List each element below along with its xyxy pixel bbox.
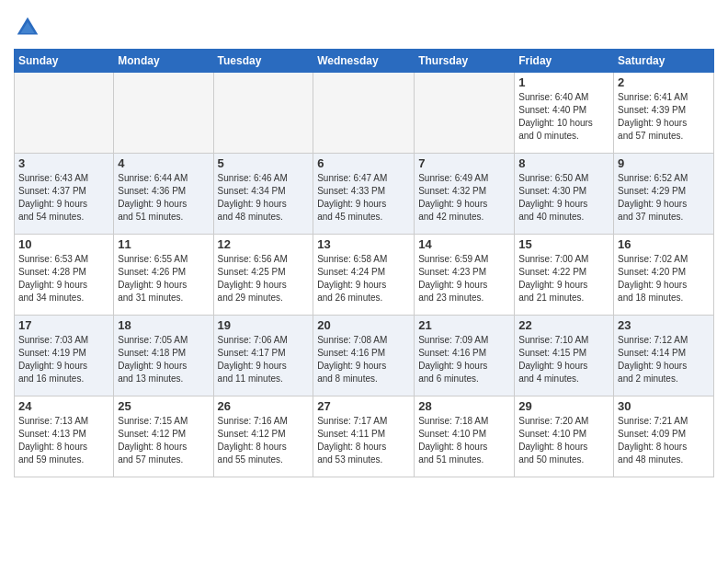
day-info: Sunrise: 7:17 AMSunset: 4:11 PMDaylight:… [317,415,410,466]
calendar-week-4: 17Sunrise: 7:03 AMSunset: 4:19 PMDayligh… [15,316,714,396]
calendar-cell [114,73,213,154]
day-number: 16 [618,237,710,251]
calendar-cell: 30Sunrise: 7:21 AMSunset: 4:09 PMDayligh… [614,396,714,477]
day-number: 11 [118,237,209,251]
day-number: 26 [218,399,310,413]
day-number: 30 [618,399,710,413]
calendar-table: SundayMondayTuesdayWednesdayThursdayFrid… [14,49,714,477]
day-number: 27 [317,399,410,413]
day-number: 21 [418,318,510,332]
calendar-week-3: 10Sunrise: 6:53 AMSunset: 4:28 PMDayligh… [15,235,714,316]
calendar-header-wednesday: Wednesday [313,50,415,73]
calendar-week-1: 1Sunrise: 6:40 AMSunset: 4:40 PMDaylight… [15,73,714,154]
day-info: Sunrise: 6:46 AMSunset: 4:34 PMDaylight:… [218,172,310,224]
day-info: Sunrise: 7:05 AMSunset: 4:18 PMDaylight:… [118,334,209,385]
calendar-cell: 26Sunrise: 7:16 AMSunset: 4:12 PMDayligh… [213,396,313,477]
day-info: Sunrise: 7:16 AMSunset: 4:12 PMDaylight:… [218,415,310,466]
day-info: Sunrise: 7:13 AMSunset: 4:13 PMDaylight:… [18,415,109,466]
calendar-cell: 19Sunrise: 7:06 AMSunset: 4:17 PMDayligh… [213,316,313,396]
calendar-cell: 8Sunrise: 6:50 AMSunset: 4:30 PMDaylight… [515,154,614,235]
page-container: SundayMondayTuesdayWednesdayThursdayFrid… [0,0,728,563]
day-info: Sunrise: 6:58 AMSunset: 4:24 PMDaylight:… [317,253,410,304]
day-number: 6 [317,156,410,170]
day-number: 25 [118,399,209,413]
calendar-week-2: 3Sunrise: 6:43 AMSunset: 4:37 PMDaylight… [15,154,714,235]
day-number: 14 [418,237,510,251]
day-number: 22 [518,318,609,332]
calendar-cell: 18Sunrise: 7:05 AMSunset: 4:18 PMDayligh… [114,316,213,396]
calendar-header-thursday: Thursday [415,50,515,73]
calendar-header-saturday: Saturday [614,50,714,73]
day-number: 8 [518,156,609,170]
day-number: 5 [218,156,310,170]
calendar-cell: 4Sunrise: 6:44 AMSunset: 4:36 PMDaylight… [114,154,213,235]
calendar-cell: 27Sunrise: 7:17 AMSunset: 4:11 PMDayligh… [313,396,415,477]
calendar-cell: 22Sunrise: 7:10 AMSunset: 4:15 PMDayligh… [515,316,614,396]
calendar-cell: 7Sunrise: 6:49 AMSunset: 4:32 PMDaylight… [415,154,515,235]
day-info: Sunrise: 7:09 AMSunset: 4:16 PMDaylight:… [418,334,510,385]
calendar-header-friday: Friday [515,50,614,73]
calendar-cell: 17Sunrise: 7:03 AMSunset: 4:19 PMDayligh… [15,316,114,396]
day-info: Sunrise: 7:00 AMSunset: 4:22 PMDaylight:… [518,253,609,304]
day-info: Sunrise: 7:08 AMSunset: 4:16 PMDaylight:… [317,334,410,385]
day-info: Sunrise: 7:12 AMSunset: 4:14 PMDaylight:… [618,334,710,385]
day-number: 28 [418,399,510,413]
day-number: 29 [518,399,609,413]
calendar-cell: 23Sunrise: 7:12 AMSunset: 4:14 PMDayligh… [614,316,714,396]
calendar-header-monday: Monday [114,50,213,73]
calendar-cell [213,73,313,154]
day-info: Sunrise: 6:43 AMSunset: 4:37 PMDaylight:… [18,172,109,224]
header [14,9,714,41]
day-info: Sunrise: 6:49 AMSunset: 4:32 PMDaylight:… [418,172,510,224]
day-info: Sunrise: 6:40 AMSunset: 4:40 PMDaylight:… [518,91,609,143]
day-number: 20 [317,318,410,332]
calendar-cell: 3Sunrise: 6:43 AMSunset: 4:37 PMDaylight… [15,154,114,235]
day-info: Sunrise: 6:59 AMSunset: 4:23 PMDaylight:… [418,253,510,304]
calendar-cell: 6Sunrise: 6:47 AMSunset: 4:33 PMDaylight… [313,154,415,235]
day-info: Sunrise: 6:44 AMSunset: 4:36 PMDaylight:… [118,172,209,224]
day-info: Sunrise: 7:02 AMSunset: 4:20 PMDaylight:… [618,253,710,304]
day-info: Sunrise: 6:52 AMSunset: 4:29 PMDaylight:… [618,172,710,224]
day-number: 12 [218,237,310,251]
day-number: 15 [518,237,609,251]
calendar-cell: 12Sunrise: 6:56 AMSunset: 4:25 PMDayligh… [213,235,313,316]
calendar-header-sunday: Sunday [15,50,114,73]
day-info: Sunrise: 7:20 AMSunset: 4:10 PMDaylight:… [518,415,609,466]
day-info: Sunrise: 6:41 AMSunset: 4:39 PMDaylight:… [618,91,710,143]
calendar-cell: 9Sunrise: 6:52 AMSunset: 4:29 PMDaylight… [614,154,714,235]
calendar-cell: 13Sunrise: 6:58 AMSunset: 4:24 PMDayligh… [313,235,415,316]
day-info: Sunrise: 6:53 AMSunset: 4:28 PMDaylight:… [18,253,109,304]
calendar-cell [313,73,415,154]
day-info: Sunrise: 7:03 AMSunset: 4:19 PMDaylight:… [18,334,109,385]
calendar-cell: 10Sunrise: 6:53 AMSunset: 4:28 PMDayligh… [15,235,114,316]
day-number: 24 [18,399,109,413]
calendar-week-5: 24Sunrise: 7:13 AMSunset: 4:13 PMDayligh… [15,396,714,477]
day-info: Sunrise: 7:21 AMSunset: 4:09 PMDaylight:… [618,415,710,466]
calendar-cell: 1Sunrise: 6:40 AMSunset: 4:40 PMDaylight… [515,73,614,154]
day-info: Sunrise: 6:47 AMSunset: 4:33 PMDaylight:… [317,172,410,224]
day-info: Sunrise: 7:15 AMSunset: 4:12 PMDaylight:… [118,415,209,466]
calendar-cell: 15Sunrise: 7:00 AMSunset: 4:22 PMDayligh… [515,235,614,316]
day-number: 23 [618,318,710,332]
calendar-cell: 14Sunrise: 6:59 AMSunset: 4:23 PMDayligh… [415,235,515,316]
day-number: 2 [618,75,710,89]
day-number: 10 [18,237,109,251]
logo [14,14,45,41]
calendar-cell: 11Sunrise: 6:55 AMSunset: 4:26 PMDayligh… [114,235,213,316]
calendar-cell: 16Sunrise: 7:02 AMSunset: 4:20 PMDayligh… [614,235,714,316]
calendar-cell: 2Sunrise: 6:41 AMSunset: 4:39 PMDaylight… [614,73,714,154]
calendar-header-tuesday: Tuesday [213,50,313,73]
calendar-cell [415,73,515,154]
day-number: 17 [18,318,109,332]
day-number: 9 [618,156,710,170]
calendar-cell: 20Sunrise: 7:08 AMSunset: 4:16 PMDayligh… [313,316,415,396]
calendar-cell [15,73,114,154]
day-number: 19 [218,318,310,332]
calendar-cell: 25Sunrise: 7:15 AMSunset: 4:12 PMDayligh… [114,396,213,477]
calendar-header-row: SundayMondayTuesdayWednesdayThursdayFrid… [15,50,714,73]
day-number: 13 [317,237,410,251]
day-number: 7 [418,156,510,170]
day-info: Sunrise: 7:10 AMSunset: 4:15 PMDaylight:… [518,334,609,385]
day-info: Sunrise: 7:06 AMSunset: 4:17 PMDaylight:… [218,334,310,385]
logo-icon [14,14,41,41]
